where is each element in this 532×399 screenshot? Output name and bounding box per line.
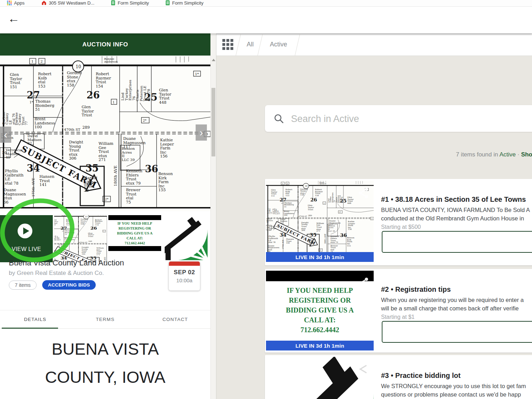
tab-active[interactable]: Active [270,33,287,56]
bookmark-label: Form Simplicity [172,0,203,6]
svg-text:289: 289 [82,125,90,130]
svg-text:36: 36 [145,163,158,174]
green-doc-icon [111,0,115,5]
page: Apps 305 SW Westlawn D... Form Simplicit… [0,0,532,399]
lot-description-line2: conducted at the Old Rembrandt Gym Aucti… [381,215,524,222]
lot-description-line1: We STRONGLY encourage you to use this lo… [381,383,526,390]
logo-thumbnail[interactable] [165,215,208,262]
calendar-red-strip [169,262,200,266]
svg-text:1*: 1* [195,72,199,76]
results-prefix: 7 items found in [456,151,500,158]
lot-title[interactable]: #2 • Registration tips [381,285,451,294]
help-text: IF YOU NEED HELPREGISTERING ORBIDDING GI… [266,285,374,335]
auction-date-card: SEP 02 10:00a [169,261,200,291]
bookmark-label: Form Simplicity [118,0,149,6]
auction-company: by Green Real Estate & Auction Co. [9,270,104,277]
auction-title[interactable]: Buena Vista County Land Auction [9,258,124,268]
svg-text:10: 10 [76,64,81,69]
view-live-label: VIEW LIVE [0,246,53,252]
bookmark-label: Apps [14,0,25,6]
black-bar [108,246,161,251]
red-house-icon [42,0,46,5]
results-show-link[interactable]: Sho [521,151,532,158]
lot-card-3[interactable]: #3 • Practice bidding lot We STRONGLY en… [265,355,532,399]
header-bar: ← [0,7,532,33]
tab-contact[interactable]: CONTACT [140,310,210,328]
svg-text:175th AVE: 175th AVE [31,178,35,197]
live-countdown-badge: LIVE IN 3d 1h 1min [266,341,374,350]
lot-list-tabbar: All Active [216,33,532,56]
lot-list-panel: All Active 7 items found in Active · Sho [216,33,532,399]
view-live-thumbnail[interactable]: VIEW LIVE [0,215,53,262]
items-count-badge: 7 items [9,281,37,290]
green-doc-icon [166,0,170,5]
lot-card-2[interactable]: IF YOU NEED HELPREGISTERING ORBIDDING GI… [265,269,532,353]
green-real-estate-logo [165,215,208,262]
auction-info-title: AUCTION INFO [82,41,128,48]
plat-map-viewer[interactable]: SUBJECT FARM RonnieAnderson12101*GlenTay… [0,56,210,211]
auction-badges: 7 items ACCEPTING BIDS [9,280,96,290]
auction-info-panel: AUCTION INFO [0,33,216,399]
details-heading-line1: BUENA VISTA [0,339,210,359]
apps-grid-icon [7,1,12,5]
svg-text:1: 1 [113,101,115,104]
svg-text:2*: 2* [143,119,147,122]
lot-thumbnail[interactable] [266,357,374,399]
svg-text:2*: 2* [105,198,109,201]
lot-title[interactable]: #3 • Practice bidding lot [381,372,461,380]
help-thumbnail[interactable]: IF YOU NEED HELPREGISTERING ORBIDDING GI… [108,215,161,262]
tab-all[interactable]: All [247,33,254,56]
tab-details[interactable]: DETAILS [0,310,70,328]
svg-text:1*: 1* [30,101,33,104]
svg-text:50: 50 [2,150,7,155]
lot-description-line1: When you are registering you will be req… [381,297,524,303]
svg-text:470th ST: 470th ST [64,128,81,131]
map-prev-button[interactable]: ‹ [0,127,11,143]
bid-input[interactable] [382,321,532,343]
lot-description-line2: questions or problems please contact us … [381,391,521,398]
tab-terms[interactable]: TERMS [70,310,140,328]
lot-card-1[interactable]: LIVE IN 3d 1h 1min #1 • 38.18 Acres in S… [265,179,532,265]
back-button[interactable]: ← [8,12,20,24]
tab-separator [295,33,300,56]
svg-text:26: 26 [87,90,100,101]
map-next-button[interactable]: › [196,124,207,141]
bookmark-westlawn[interactable]: 305 SW Westlawn D... [42,0,95,6]
status-badge: ACCEPTING BIDS [42,280,96,290]
bid-input[interactable] [382,231,532,253]
lot-description-line1: BUENA VISTA COUNTY, IOWA FARMLAND To Be … [381,207,530,213]
auction-time: 10:00a [169,277,200,283]
lot-description-line2: will be a small charge that comes back o… [381,305,519,312]
left-panel-tabs: DETAILS TERMS CONTACT [0,310,210,329]
map-thumbnail-image [54,215,107,262]
starting-price: Starting at $500 [381,224,421,230]
search-icon [274,114,284,126]
svg-text:25: 25 [144,92,158,103]
auction-info-header: AUCTION INFO [0,33,210,56]
share-icon[interactable] [357,187,369,200]
bookmark-form-simplicity-1[interactable]: Form Simplicity [111,0,149,6]
svg-text:1: 1 [31,59,33,63]
scrollbar-thumb[interactable] [211,88,215,156]
lot-thumbnail[interactable]: LIVE IN 3d 1h 1min [266,181,374,262]
bookmark-apps[interactable]: Apps [7,0,25,6]
lot-title[interactable]: #1 • 38.18 Acres in Section 35 of Lee To… [381,195,526,204]
live-countdown-badge: LIVE IN 3d 1h 1min [266,252,374,262]
left-panel-scrollbar[interactable] [210,33,216,399]
svg-text:2: 2 [40,59,43,63]
share-icon[interactable] [357,277,369,290]
bookmark-label: 305 SW Westlawn D... [49,0,95,6]
grid-view-icon[interactable] [222,39,233,51]
bookmark-form-simplicity-2[interactable]: Form Simplicity [166,0,203,6]
scrollbar-up-arrow-icon[interactable] [212,59,215,61]
svg-text:180th AVE: 180th AVE [113,166,118,186]
map-thumbnail[interactable] [54,215,107,262]
search-input[interactable] [290,105,489,133]
bookmarks-bar: Apps 305 SW Westlawn D... Form Simplicit… [0,0,532,7]
lot-thumbnail[interactable]: IF YOU NEED HELPREGISTERING ORBIDDING GI… [266,271,374,350]
share-icon[interactable] [357,363,369,377]
starting-price: Starting at $1 [381,314,414,320]
black-bar [108,215,161,220]
search-box [265,105,532,132]
results-filter: Active [499,151,515,158]
